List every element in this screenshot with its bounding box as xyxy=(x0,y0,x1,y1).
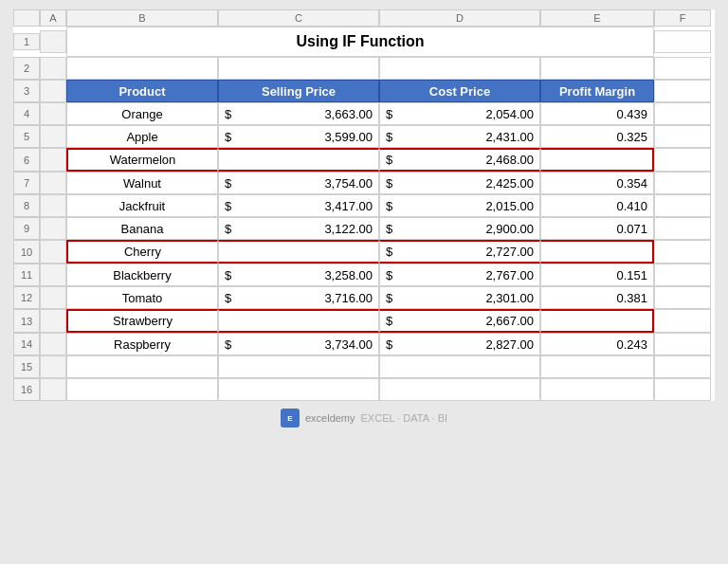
selling-amount: 3,599.00 xyxy=(242,130,373,144)
dollar-sign: $ xyxy=(225,130,242,144)
rownum-11: 11 xyxy=(13,264,40,286)
row-15: 15 xyxy=(13,355,715,378)
cost-amount: 2,900.00 xyxy=(403,222,534,236)
data-rows: 4Orange$3,663.00$2,054.000.4395Apple$3,5… xyxy=(13,102,715,355)
cell-11a xyxy=(40,264,66,286)
selling-amount: 3,754.00 xyxy=(242,176,373,191)
cell-15e xyxy=(540,355,654,378)
cell-cost-10: $2,727.00 xyxy=(379,240,540,264)
cost-amount: 2,425.00 xyxy=(403,176,534,191)
col-header-row: A B C D E F xyxy=(13,9,715,27)
cell-2f xyxy=(654,57,711,80)
rownum-3: 3 xyxy=(13,80,40,102)
cell-profit-14: 0.243 xyxy=(540,333,654,355)
cell-product-10: Cherry xyxy=(66,240,218,264)
row-10: 10Cherry$2,727.00 xyxy=(13,240,715,264)
header-selling-price: Selling Price xyxy=(218,80,379,102)
cost-amount: 2,468.00 xyxy=(403,153,534,167)
cell-12f xyxy=(654,286,711,309)
cell-4a xyxy=(40,102,66,125)
dollar-sign: $ xyxy=(386,176,403,191)
cell-profit-8: 0.410 xyxy=(540,194,654,217)
cost-amount: 2,301.00 xyxy=(403,291,534,305)
cell-16e xyxy=(540,378,654,401)
cell-cost-5: $2,431.00 xyxy=(379,125,540,148)
cell-profit-11: 0.151 xyxy=(540,264,654,286)
cell-profit-5: 0.325 xyxy=(540,125,654,148)
row-5: 5Apple$3,599.00$2,431.000.325 xyxy=(13,125,715,148)
row-11: 11Blackberry$3,258.00$2,767.000.151 xyxy=(13,264,715,286)
cell-8f xyxy=(654,194,711,217)
cell-selling-12: $3,716.00 xyxy=(218,286,379,309)
dollar-sign: $ xyxy=(386,222,403,236)
cell-2c xyxy=(218,57,379,80)
cell-profit-6 xyxy=(540,148,654,172)
col-header-c: C xyxy=(218,9,379,27)
cell-9a xyxy=(40,217,66,240)
cell-selling-5: $3,599.00 xyxy=(218,125,379,148)
cell-7a xyxy=(40,172,66,194)
cell-15d xyxy=(379,355,540,378)
cell-selling-11: $3,258.00 xyxy=(218,264,379,286)
col-header-b: B xyxy=(66,9,218,27)
cell-3f xyxy=(654,80,711,102)
row-12: 12Tomato$3,716.00$2,301.000.381 xyxy=(13,286,715,309)
cell-cost-11: $2,767.00 xyxy=(379,264,540,286)
footer-brand: exceldemy xyxy=(305,412,355,424)
rownum-7: 7 xyxy=(13,172,40,194)
spreadsheet: A B C D E F 1 Using IF Function 2 3 xyxy=(13,9,715,401)
cost-amount: 2,015.00 xyxy=(403,199,534,213)
cost-amount: 2,827.00 xyxy=(403,337,534,352)
title-cell: Using IF Function xyxy=(66,27,654,57)
dollar-sign: $ xyxy=(225,199,242,213)
col-header-e: E xyxy=(540,9,654,27)
row-2: 2 xyxy=(13,57,715,80)
dollar-sign: $ xyxy=(225,176,242,191)
cell-15a xyxy=(40,355,66,378)
corner-cell xyxy=(13,9,40,27)
dollar-sign: $ xyxy=(386,337,403,352)
cell-5a xyxy=(40,125,66,148)
rownum-13: 13 xyxy=(13,309,40,333)
cell-product-13: Strawberry xyxy=(66,309,218,333)
cell-15f xyxy=(654,355,711,378)
row-7: 7Walnut$3,754.00$2,425.000.354 xyxy=(13,172,715,194)
dollar-sign: $ xyxy=(225,291,242,305)
cell-15b xyxy=(66,355,218,378)
selling-amount: 3,716.00 xyxy=(242,291,373,305)
cell-2e xyxy=(540,57,654,80)
cell-profit-4: 0.439 xyxy=(540,102,654,125)
cell-profit-10 xyxy=(540,240,654,264)
row-1: 1 Using IF Function xyxy=(13,27,715,57)
cell-11f xyxy=(654,264,711,286)
cell-product-5: Apple xyxy=(66,125,218,148)
cell-cost-14: $2,827.00 xyxy=(379,333,540,355)
cell-6a xyxy=(40,148,66,172)
cell-6f xyxy=(654,148,711,172)
cell-profit-12: 0.381 xyxy=(540,286,654,309)
footer: E exceldemy EXCEL · DATA · BI xyxy=(281,409,447,428)
cost-amount: 2,767.00 xyxy=(403,268,534,282)
cell-selling-14: $3,734.00 xyxy=(218,333,379,355)
cell-cost-4: $2,054.00 xyxy=(379,102,540,125)
cell-selling-6 xyxy=(218,148,379,172)
dollar-sign: $ xyxy=(386,130,403,144)
row-9: 9Banana$3,122.00$2,900.000.071 xyxy=(13,217,715,240)
row-3: 3 Product Selling Price Cost Price Profi… xyxy=(13,80,715,102)
dollar-sign: $ xyxy=(386,268,403,282)
rownum-8: 8 xyxy=(13,194,40,217)
svg-text:E: E xyxy=(287,414,293,423)
cell-16f xyxy=(654,378,711,401)
cell-3a xyxy=(40,80,66,102)
cost-amount: 2,431.00 xyxy=(403,130,534,144)
dollar-sign: $ xyxy=(225,222,242,236)
cell-profit-7: 0.354 xyxy=(540,172,654,194)
col-header-f: F xyxy=(654,9,711,27)
row-13: 13Strawberry$2,667.00 xyxy=(13,309,715,333)
cell-5f xyxy=(654,125,711,148)
dollar-sign: $ xyxy=(386,199,403,213)
dollar-sign: $ xyxy=(386,291,403,305)
row-6: 6Watermelon$2,468.00 xyxy=(13,148,715,172)
selling-amount: 3,122.00 xyxy=(242,222,373,236)
selling-amount: 3,417.00 xyxy=(242,199,373,213)
